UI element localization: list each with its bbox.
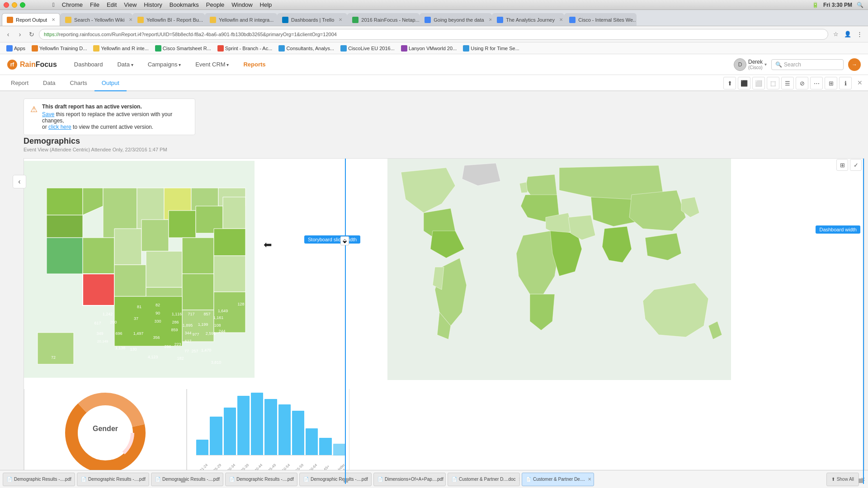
country-southeast-asia[interactable] [645, 233, 681, 260]
grid-button[interactable]: ⊞ [825, 77, 837, 89]
address-bar[interactable]: https://reporting.rainfocus.com/RunRepor… [39, 29, 828, 40]
show-all-button[interactable]: ⬆ Show All [826, 473, 859, 486]
state-co[interactable] [114, 229, 142, 265]
tab-report-output[interactable]: Report Output ✕ [2, 13, 60, 26]
menu-history[interactable]: History [144, 1, 162, 8]
taskbar-close-4[interactable]: ✕ [297, 477, 297, 482]
user-profile-icon[interactable]: 👤 [843, 29, 853, 39]
taskbar-close-7[interactable]: ✕ [519, 477, 520, 482]
gender-chart-resize-handle[interactable] [181, 478, 185, 483]
close-report-button[interactable]: ✕ [855, 78, 864, 87]
info-button[interactable]: ℹ [839, 77, 852, 89]
user-area[interactable]: D Derek (Cisco) ▾ [734, 58, 767, 71]
filter-button[interactable]: ⊘ [796, 77, 808, 89]
back-button[interactable]: ‹ [4, 30, 13, 39]
bookmark-lanyon[interactable]: Lanyon VMworld 20... [398, 44, 459, 52]
taskbar-close-2[interactable]: ✕ [148, 477, 149, 482]
nav-dashboard[interactable]: Dashboard [68, 58, 109, 70]
state-ia-mo[interactable] [169, 211, 196, 238]
menu-window[interactable]: Window [231, 1, 252, 8]
state-sc-ga[interactable] [214, 256, 245, 292]
state-az[interactable] [83, 274, 114, 305]
bookmark-ciscolive[interactable]: CiscoLive EU 2016... [338, 44, 397, 52]
bookmark-using-r[interactable]: Using R for Time Se... [460, 44, 522, 52]
taskbar-close-8[interactable]: ✕ [588, 477, 591, 482]
resize-handle[interactable]: ⬙ [340, 236, 349, 245]
taskbar-item-1[interactable]: 📄 Demographic Results -....pdf ✕ [3, 473, 75, 486]
upload-button[interactable]: ⬆ [723, 77, 736, 89]
tab-close-button[interactable]: ✕ [129, 17, 132, 22]
nav-data[interactable]: Data [111, 58, 139, 70]
tab-yellowfin-r[interactable]: Yellowfin and R integra... ✕ [205, 13, 277, 26]
storyboard-check-button[interactable]: ✓ [850, 159, 862, 171]
forward-button[interactable]: › [15, 30, 24, 39]
tab-output[interactable]: Output [94, 75, 127, 91]
menu-people[interactable]: People [206, 1, 224, 8]
menu-chrome[interactable]: Chrome [62, 1, 83, 8]
state-nm[interactable] [114, 265, 146, 296]
taskbar-close-1[interactable]: ✕ [74, 477, 75, 482]
tab-close-button[interactable]: ✕ [339, 17, 342, 22]
state-ne-ks[interactable] [142, 220, 169, 251]
user-dropdown-icon[interactable]: ▾ [764, 62, 767, 67]
taskbar-item-3[interactable]: 📄 Demographic Results -....pdf ✕ [151, 473, 223, 486]
tab-cisco[interactable]: Cisco - Internal Sites We... ✕ [564, 13, 637, 26]
fullscreen-button[interactable]: ⬛ [738, 77, 750, 89]
menu-edit[interactable]: Edit [107, 1, 117, 8]
state-ak[interactable] [38, 333, 74, 364]
minimize-window-button[interactable] [12, 2, 17, 8]
menu-file[interactable]: File [90, 1, 99, 8]
reload-button[interactable]: ↻ [27, 30, 36, 39]
nav-event-crm[interactable]: Event CRM [189, 58, 235, 70]
state-la[interactable] [182, 310, 214, 342]
age-chart-resize-handle[interactable] [344, 478, 348, 483]
state-fl[interactable] [214, 292, 245, 333]
tab-close-button[interactable]: ✕ [559, 17, 563, 22]
taskbar-item-6[interactable]: 📄 Dimensions+Of+A+Pap....pdf ✕ [373, 473, 446, 486]
tab-yellowfin-report[interactable]: Yellowfin BI - Report Bu... ✕ [132, 13, 205, 26]
state-ok[interactable] [146, 251, 182, 287]
nav-campaigns[interactable]: Campaigns [142, 58, 188, 70]
state-nv-ut[interactable] [83, 238, 114, 274]
bookmark-yellowfin-r[interactable]: Yellowfin and R inte... [90, 44, 151, 52]
traffic-lights[interactable] [4, 2, 25, 8]
tab-rainfocus[interactable]: 2016 RainFocus - Netap... ✕ [347, 13, 420, 26]
tab-data[interactable]: Data [36, 75, 62, 91]
tab-going-beyond[interactable]: Going beyond the data ✕ [420, 13, 492, 26]
more-options-button[interactable]: ⋯ [810, 77, 823, 89]
rainfocus-logo[interactable]: rf RainFocus [7, 60, 57, 70]
menu-help[interactable]: Help [260, 1, 272, 8]
resize-arrow[interactable]: ⬅ [264, 239, 272, 251]
bookmark-star-icon[interactable]: ☆ [831, 29, 841, 39]
tab-report[interactable]: Report [4, 75, 36, 91]
tab-charts[interactable]: Charts [63, 75, 94, 91]
menu-view[interactable]: View [124, 1, 137, 8]
chrome-menu-icon[interactable]: ⋮ [854, 29, 864, 39]
state-or[interactable] [47, 215, 83, 238]
back-navigation-button[interactable]: ‹ [13, 175, 26, 188]
state-va-nc[interactable] [214, 229, 245, 256]
split-button[interactable]: ⬚ [767, 77, 779, 89]
bookmark-yellowfin-training[interactable]: Yellowfin Training D... [29, 44, 90, 52]
save-link[interactable]: Save [42, 111, 54, 117]
list-button[interactable]: ☰ [781, 77, 794, 89]
bookmark-sprint[interactable]: Sprint - Branch - Ac... [215, 44, 275, 52]
state-oh-pa[interactable] [223, 197, 245, 229]
header-search-box[interactable]: 🔍 Search [771, 59, 844, 70]
state-ca[interactable] [47, 238, 83, 274]
tab-close-button[interactable]: ✕ [489, 17, 492, 22]
menu-bookmarks[interactable]: Bookmarks [170, 1, 199, 8]
bookmark-consultants[interactable]: Consultants, Analys... [276, 44, 337, 52]
taskbar-item-7[interactable]: 📄 Customer & Partner D....doc ✕ [448, 473, 520, 486]
tab-trello[interactable]: Dashboards | Trello ✕ [277, 13, 347, 26]
bookmark-cisco-smartsheet[interactable]: Cisco Smartsheet R... [152, 44, 214, 52]
layout-button[interactable]: ⬜ [752, 77, 765, 89]
state-wa[interactable] [47, 188, 83, 215]
tab-close-button[interactable]: ✕ [52, 17, 55, 22]
taskbar-item-5[interactable]: 📄 Demographic Results -....pdf ✕ [299, 473, 372, 486]
viz-container-resize-handle[interactable] [859, 479, 863, 483]
taskbar-item-2[interactable]: 📄 Demographic Results -....pdf ✕ [77, 473, 149, 486]
state-tx[interactable] [114, 296, 182, 346]
nav-reports[interactable]: Reports [237, 58, 272, 70]
tab-analytics[interactable]: The Analytics Journey ✕ [492, 13, 564, 26]
